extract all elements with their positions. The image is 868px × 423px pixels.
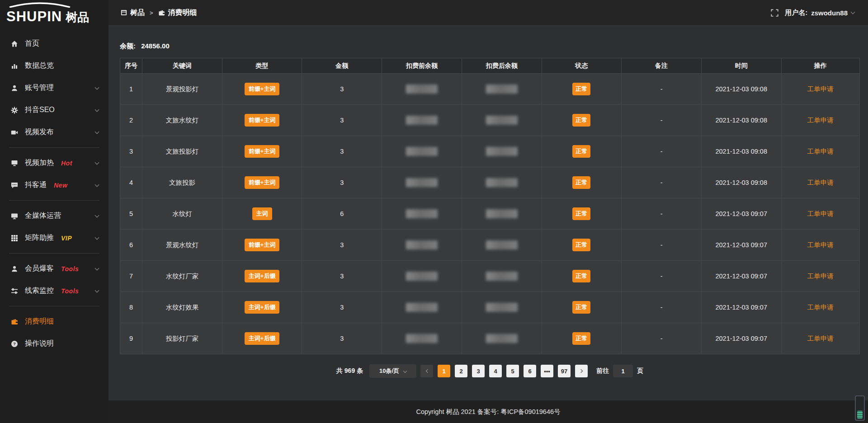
sidebar-item-data-overview[interactable]: 数据总览: [0, 55, 108, 77]
menu-divider: [9, 253, 99, 254]
cell-remark: -: [622, 261, 702, 292]
scrollbar-thumb[interactable]: [857, 411, 863, 418]
more-pages-button[interactable]: •••: [541, 365, 553, 377]
cell-status: 正常: [542, 292, 622, 323]
app-logo: SHUPIN 树品: [0, 0, 108, 26]
sidebar-item-douketong[interactable]: 抖客通 New: [0, 174, 108, 196]
cell-action: 工单申请: [781, 292, 859, 323]
cell-amount: 3: [302, 323, 382, 354]
sidebar-item-label: 操作说明: [25, 339, 54, 348]
sidebar-item-video-heating[interactable]: 视频加热 Hot: [0, 152, 108, 174]
menu-divider: [9, 200, 99, 201]
top-bar: 树品 > 消费明细 用户名: zswodun88: [108, 0, 868, 26]
masked-value: [486, 303, 518, 312]
page-button-97[interactable]: 97: [558, 365, 571, 377]
ticket-request-link[interactable]: 工单申请: [807, 241, 834, 249]
sidebar-item-label: 会员爆客: [25, 264, 54, 273]
username-value: zswodun88: [811, 9, 848, 17]
table-row: 7 水纹灯厂家 主词+后缀 3 正常 - 2021-12-03 09:07 工单…: [120, 261, 860, 292]
column-header: 类型: [222, 58, 302, 74]
cell-balance-after: [462, 167, 542, 198]
chevron-down-icon: [95, 129, 99, 134]
sidebar-item-clue-monitoring[interactable]: 线索监控 Tools: [0, 280, 108, 302]
cell-time: 2021-12-03 09:08: [701, 74, 781, 105]
page-size-value: 10条/页: [379, 367, 399, 375]
cell-type: 主词: [222, 198, 302, 230]
masked-value: [486, 209, 518, 218]
page-button-1[interactable]: 1: [438, 365, 450, 377]
ticket-request-link[interactable]: 工单申请: [807, 179, 834, 186]
cell-amount: 3: [302, 292, 382, 323]
cell-balance-before: [382, 261, 462, 292]
sidebar-item-all-media-operation[interactable]: 全媒体运营: [0, 205, 108, 227]
cell-balance-after: [462, 74, 542, 105]
breadcrumb-item-root[interactable]: 树品: [130, 8, 145, 18]
cell-balance-before: [382, 105, 462, 136]
ticket-request-link[interactable]: 工单申请: [807, 85, 834, 93]
ticket-request-link[interactable]: 工单申请: [807, 210, 834, 217]
page-button-3[interactable]: 3: [472, 365, 485, 377]
cell-time: 2021-12-03 09:07: [701, 323, 781, 354]
sidebar-item-label: 线索监控: [25, 286, 54, 296]
sidebar-item-operation-guide[interactable]: ? 操作说明: [0, 333, 108, 355]
status-badge: 正常: [572, 145, 590, 158]
table-row: 5 水纹灯 主词 6 正常 - 2021-12-03 09:07 工单申请: [120, 198, 860, 230]
ticket-request-link[interactable]: 工单申请: [807, 335, 834, 342]
cell-index: 5: [120, 198, 142, 230]
next-page-button[interactable]: [575, 365, 588, 377]
sidebar-item-member-baoke[interactable]: 会员爆客 Tools: [0, 258, 108, 280]
cell-type: 前缀+主词: [222, 136, 302, 167]
wallet-icon: [158, 9, 165, 16]
cell-keyword: 水纹灯效果: [142, 292, 222, 323]
page-size-select[interactable]: 10条/页: [369, 364, 416, 378]
ticket-request-link[interactable]: 工单申请: [807, 117, 834, 124]
new-badge: New: [54, 182, 67, 189]
page-button-6[interactable]: 6: [524, 365, 536, 377]
tools-badge: Tools: [61, 265, 79, 273]
prev-page-button[interactable]: [420, 365, 433, 377]
page-button-2[interactable]: 2: [455, 365, 467, 377]
cell-balance-after: [462, 230, 542, 261]
ticket-request-link[interactable]: 工单申请: [807, 304, 834, 311]
sidebar-item-matrix-boost[interactable]: 矩阵助推 VIP: [0, 227, 108, 249]
sidebar-item-account-management[interactable]: 账号管理: [0, 77, 108, 99]
cell-remark: -: [622, 136, 702, 167]
cell-type: 主词+后缀: [222, 323, 302, 354]
type-badge: 主词+后缀: [245, 301, 280, 314]
ticket-request-link[interactable]: 工单申请: [807, 273, 834, 280]
sidebar-item-consumption-details[interactable]: 消费明细: [0, 310, 108, 333]
username-label: 用户名:: [785, 9, 807, 17]
sidebar-item-video-publish[interactable]: 视频发布: [0, 121, 108, 143]
ticket-request-link[interactable]: 工单申请: [807, 148, 834, 155]
wallet-icon: [11, 318, 19, 325]
cell-remark: -: [622, 167, 702, 198]
scrollbar[interactable]: [855, 395, 865, 421]
cell-time: 2021-12-03 09:08: [701, 167, 781, 198]
fullscreen-icon[interactable]: [771, 9, 778, 17]
logo-text-cjk: 树品: [66, 11, 89, 24]
status-badge: 正常: [572, 83, 590, 95]
masked-value: [406, 334, 438, 343]
logo-arc-icon: [8, 2, 72, 8]
cell-index: 4: [120, 167, 142, 198]
sidebar-item-home[interactable]: 首页: [0, 33, 108, 55]
cell-balance-before: [382, 198, 462, 230]
cell-balance-after: [462, 105, 542, 136]
masked-value: [486, 334, 518, 343]
cell-balance-after: [462, 136, 542, 167]
user-icon: [11, 85, 19, 92]
page-button-5[interactable]: 5: [506, 365, 519, 377]
user-dropdown[interactable]: 用户名: zswodun88: [785, 9, 854, 17]
table-row: 9 投影灯厂家 主词+后缀 3 正常 - 2021-12-03 09:07 工单…: [120, 323, 860, 354]
cell-time: 2021-12-03 09:08: [701, 136, 781, 167]
sidebar-item-label: 全媒体运营: [25, 211, 61, 221]
cell-status: 正常: [542, 261, 622, 292]
goto-page-input[interactable]: [613, 365, 633, 377]
page-button-4[interactable]: 4: [489, 365, 502, 377]
masked-value: [406, 178, 438, 187]
sidebar-item-douyin-seo[interactable]: 抖音SEO: [0, 99, 108, 121]
cell-status: 正常: [542, 230, 622, 261]
sidebar-item-label: 首页: [25, 39, 39, 48]
menu-divider: [9, 306, 99, 306]
masked-value: [486, 147, 518, 156]
